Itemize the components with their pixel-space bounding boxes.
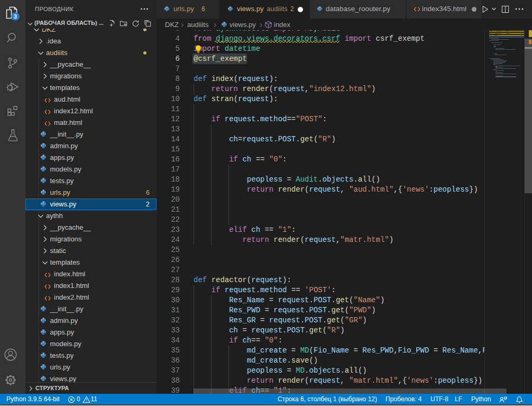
svg-text:3: 3 — [14, 13, 17, 20]
